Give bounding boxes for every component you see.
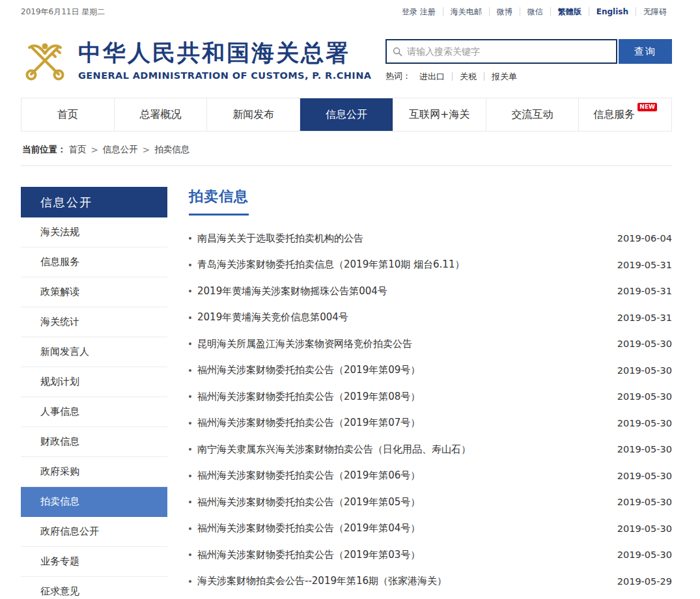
site-brand[interactable]: 中华人民共和国海关总署 GENERAL ADMINISTRATION OF CU… [21,39,371,82]
list-item-link[interactable]: 福州海关涉案财物委托拍卖公告（2019年第05号） [189,496,420,508]
nav-item[interactable]: 交流互动 [486,98,579,131]
topbar-link[interactable]: 微信 [520,7,550,16]
content-area: 信息公开 海关法规信息服务政策解读海关统计新闻发言人规划计划人事信息财政信息政府… [21,187,672,599]
topbar-links: 登录 注册海关电邮微博微信繁體版English无障碍 [395,7,674,16]
list-item-date: 2019-05-30 [617,497,672,507]
sidebar-title: 信息公开 [21,187,167,217]
auction-list: 南昌海关关于选取委托拍卖机构的公告 2019-06-04 青岛海关涉案财物委托拍… [189,225,672,594]
site-title-cn: 中华人民共和国海关总署 [78,40,371,66]
list-item: 南昌海关关于选取委托拍卖机构的公告 2019-06-04 [189,225,672,252]
list-item-date: 2019-05-31 [617,260,672,270]
list-item-date: 2019-05-30 [617,391,672,402]
nav-item[interactable]: 新闻发布 [206,98,300,131]
sidebar-item[interactable]: 业务专题 [21,547,167,577]
sidebar-item[interactable]: 海关统计 [21,307,167,337]
search-button[interactable]: 查询 [619,39,672,64]
sidebar-item[interactable]: 政策解读 [21,277,167,307]
bullet-dot-icon [189,553,191,556]
nav-item[interactable]: 互联网+海关 [393,98,486,131]
search-input[interactable] [407,46,610,57]
bullet-dot-icon [189,342,191,345]
list-item-link[interactable]: 南昌海关关于选取委托拍卖机构的公告 [189,232,363,245]
list-item-date: 2019-05-29 [617,576,672,587]
breadcrumb-link[interactable]: 首页 [69,144,87,156]
list-item-title: 福州海关涉案财物委托拍卖公告（2019年第05号） [197,496,420,508]
list-item-link[interactable]: 福州海关涉案财物委托拍卖公告（2019年第07号） [189,417,420,429]
list-item-date: 2019-05-30 [617,550,672,560]
sidebar-item[interactable]: 征求意见 [21,577,167,599]
list-item-link[interactable]: 2019年黄埔海关涉案财物摇珠公告第004号 [189,285,387,298]
list-item-link[interactable]: 福州海关涉案财物委托拍卖公告（2019年第09号） [189,364,420,376]
topbar-link[interactable]: 登录 注册 [395,7,443,16]
main-nav: 首页 总署概况 新闻发布 信息公开 互联网+海关 交流互动 信息服务NEW [21,98,672,132]
list-item-date: 2019-05-30 [617,418,672,428]
list-item: 福州海关涉案财物委托拍卖公告（2019年第07号） 2019-05-30 [189,410,672,437]
list-item-title: 福州海关涉案财物委托拍卖公告（2019年第09号） [197,364,420,376]
main-panel: 拍卖信息 南昌海关关于选取委托拍卖机构的公告 2019-06-04 青岛海关涉案… [189,187,672,594]
list-item: 福州海关涉案财物委托拍卖公告（2019年第09号） 2019-05-30 [189,357,672,384]
nav-item-label: 新闻发布 [232,108,274,120]
nav-item-label: 信息服务 [593,108,635,120]
list-item-link[interactable]: 福州海关涉案财物委托拍卖公告（2019年第08号） [189,391,420,403]
bullet-dot-icon [189,501,191,503]
list-item-date: 2019-05-30 [617,523,672,534]
hotword-link[interactable]: 进出口 [412,72,452,81]
sidebar-item[interactable]: 信息服务 [21,247,167,277]
list-item-link[interactable]: 福州海关涉案财物委托拍卖公告（2019年第06号） [189,469,420,482]
sidebar-item[interactable]: 新闻发言人 [21,337,167,367]
topbar-link[interactable]: 微博 [489,7,520,16]
sidebar-menu: 海关法规信息服务政策解读海关统计新闻发言人规划计划人事信息财政信息政府采购拍卖信… [21,217,167,599]
hotword-list: 进出口关税报关单 [412,72,524,81]
list-item: 青岛海关涉案财物委托拍卖信息（2019年第10期 烟台6.11） 2019-05… [189,252,672,279]
sidebar: 信息公开 海关法规信息服务政策解读海关统计新闻发言人规划计划人事信息财政信息政府… [21,187,167,599]
sidebar-item[interactable]: 财政信息 [21,427,167,457]
list-item-link[interactable]: 福州海关涉案财物委托拍卖公告（2019年第03号） [189,549,420,561]
sidebar-item[interactable]: 规划计划 [21,367,167,397]
list-item: 2019年黄埔海关竞价信息第004号 2019-05-31 [189,305,672,331]
bullet-dot-icon [189,580,191,583]
list-item-date: 2019-05-31 [617,286,672,296]
nav-item-label: 交流互动 [511,108,553,120]
breadcrumb-link[interactable]: 拍卖信息 [154,144,189,156]
sidebar-item[interactable]: 拍卖信息 [21,487,167,517]
list-item-link[interactable]: 2019年黄埔海关竞价信息第004号 [189,311,348,324]
new-badge: NEW [637,103,657,111]
sidebar-item[interactable]: 政府信息公开 [21,517,167,547]
sidebar-item[interactable]: 政府采购 [21,457,167,487]
site-header: 中华人民共和国海关总署 GENERAL ADMINISTRATION OF CU… [0,23,700,98]
sidebar-item[interactable]: 人事信息 [21,397,167,427]
sidebar-item[interactable]: 海关法规 [21,217,167,247]
bullet-dot-icon [189,316,191,319]
site-title-en: GENERAL ADMINISTRATION OF CUSTOMS, P. R.… [78,70,371,81]
breadcrumb: 当前位置： 首页 > 信息公开 > 拍卖信息 [21,132,672,166]
breadcrumb-separator: > [91,145,98,155]
breadcrumb-path: 首页 > 信息公开 > 拍卖信息 [69,144,190,156]
topbar-link[interactable]: 无障碍 [636,7,674,16]
list-item-link[interactable]: 南宁海关隶属东兴海关涉案财物拍卖公告（日化用品、寿山石） [189,443,471,456]
nav-item[interactable]: 总署概况 [114,98,207,131]
topbar-link[interactable]: English [589,7,636,16]
list-item: 昆明海关所属盈江海关涉案物资网络竞价拍卖公告 2019-05-30 [189,331,672,357]
list-item: 南宁海关隶属东兴海关涉案财物拍卖公告（日化用品、寿山石） 2019-05-30 [189,436,672,463]
list-item-title: 福州海关涉案财物委托拍卖公告（2019年第07号） [197,417,420,429]
list-item-title: 南昌海关关于选取委托拍卖机构的公告 [197,232,363,245]
list-item-title: 福州海关涉案财物委托拍卖公告（2019年第06号） [197,469,420,482]
topbar-link[interactable]: 海关电邮 [443,7,489,16]
topbar-link[interactable]: 繁體版 [550,7,589,16]
bullet-dot-icon [189,395,191,398]
list-item-link[interactable]: 福州海关涉案财物委托拍卖公告（2019年第04号） [189,522,420,535]
list-item-link[interactable]: 海关涉案财物拍卖会公告--2019年第16期（张家港海关） [189,575,447,587]
list-item-link[interactable]: 青岛海关涉案财物委托拍卖信息（2019年第10期 烟台6.11） [189,258,464,271]
nav-item-label: 总署概况 [140,108,182,120]
nav-item[interactable]: 信息公开 [300,98,393,131]
breadcrumb-link[interactable]: 信息公开 [103,144,138,156]
nav-item[interactable]: 首页 [21,98,114,131]
hotword-link[interactable]: 关税 [452,72,484,81]
bullet-dot-icon [189,527,191,530]
nav-item[interactable]: 信息服务NEW [578,98,671,131]
page-title: 拍卖信息 [189,187,249,216]
nav-item-label: 首页 [57,108,78,120]
hotword-link[interactable]: 报关单 [484,72,524,81]
list-item-link[interactable]: 昆明海关所属盈江海关涉案物资网络竞价拍卖公告 [189,338,412,350]
list-item-title: 昆明海关所属盈江海关涉案物资网络竞价拍卖公告 [197,338,412,350]
